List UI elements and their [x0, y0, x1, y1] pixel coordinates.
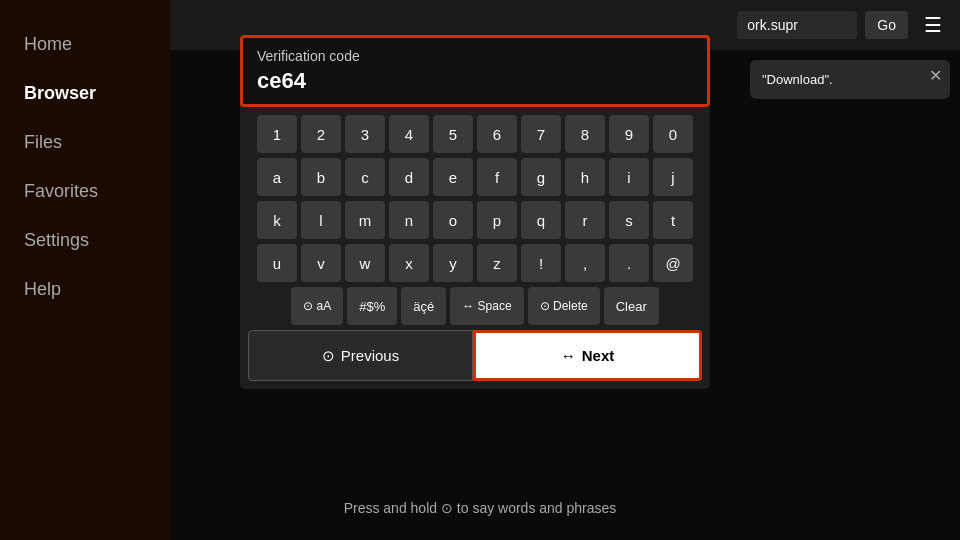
key-v[interactable]: v	[301, 244, 341, 282]
key-z[interactable]: z	[477, 244, 517, 282]
key-a[interactable]: a	[257, 158, 297, 196]
next-label: Next	[582, 347, 615, 364]
key-6[interactable]: 6	[477, 115, 517, 153]
voice-hint: Press and hold ⊙ to say words and phrase…	[344, 500, 617, 516]
key-l[interactable]: l	[301, 201, 341, 239]
key-symbols[interactable]: #$%	[347, 287, 397, 325]
row-k: k l m n o p q r s t	[248, 201, 702, 239]
number-row: 1 2 3 4 5 6 7 8 9 0	[248, 115, 702, 153]
verification-section: Verification code ce64	[240, 35, 710, 107]
key-j[interactable]: j	[653, 158, 693, 196]
key-accents[interactable]: äçé	[401, 287, 446, 325]
key-8[interactable]: 8	[565, 115, 605, 153]
key-x[interactable]: x	[389, 244, 429, 282]
key-at[interactable]: @	[653, 244, 693, 282]
key-f[interactable]: f	[477, 158, 517, 196]
sidebar-item-files[interactable]: Files	[0, 118, 170, 167]
key-i[interactable]: i	[609, 158, 649, 196]
key-q[interactable]: q	[521, 201, 561, 239]
key-comma[interactable]: ,	[565, 244, 605, 282]
key-2[interactable]: 2	[301, 115, 341, 153]
previous-label: Previous	[341, 347, 399, 364]
key-t[interactable]: t	[653, 201, 693, 239]
keyboard: 1 2 3 4 5 6 7 8 9 0 a b c d e f g h i j …	[240, 107, 710, 389]
key-period[interactable]: .	[609, 244, 649, 282]
verification-value: ce64	[257, 68, 693, 94]
keyboard-overlay: Verification code ce64 1 2 3 4 5 6 7 8 9…	[240, 35, 710, 389]
key-c[interactable]: c	[345, 158, 385, 196]
key-3[interactable]: 3	[345, 115, 385, 153]
key-h[interactable]: h	[565, 158, 605, 196]
sidebar-item-settings[interactable]: Settings	[0, 216, 170, 265]
key-delete[interactable]: ⊙ Delete	[528, 287, 600, 325]
key-exclaim[interactable]: !	[521, 244, 561, 282]
special-row: ⊙ aA #$% äçé ↔ Space ⊙ Delete Clear	[248, 287, 702, 325]
verification-label: Verification code	[257, 48, 693, 64]
sidebar-item-home[interactable]: Home	[0, 20, 170, 69]
key-clear[interactable]: Clear	[604, 287, 659, 325]
close-icon[interactable]: ✕	[929, 66, 942, 85]
download-dialog: ✕ "Download".	[750, 60, 950, 99]
key-e[interactable]: e	[433, 158, 473, 196]
menu-icon[interactable]: ☰	[916, 9, 950, 41]
key-m[interactable]: m	[345, 201, 385, 239]
key-k[interactable]: k	[257, 201, 297, 239]
key-p[interactable]: p	[477, 201, 517, 239]
key-9[interactable]: 9	[609, 115, 649, 153]
key-0[interactable]: 0	[653, 115, 693, 153]
sidebar-item-favorites[interactable]: Favorites	[0, 167, 170, 216]
key-w[interactable]: w	[345, 244, 385, 282]
key-4[interactable]: 4	[389, 115, 429, 153]
key-1[interactable]: 1	[257, 115, 297, 153]
key-5[interactable]: 5	[433, 115, 473, 153]
key-u[interactable]: u	[257, 244, 297, 282]
go-button[interactable]: Go	[865, 11, 908, 39]
key-b[interactable]: b	[301, 158, 341, 196]
key-caps[interactable]: ⊙ aA	[291, 287, 343, 325]
next-icon: ↔	[561, 347, 576, 364]
sidebar-item-browser[interactable]: Browser	[0, 69, 170, 118]
download-text: "Download".	[762, 72, 833, 87]
nav-row: ⊙ Previous ↔ Next	[248, 330, 702, 381]
row-u: u v w x y z ! , . @	[248, 244, 702, 282]
key-o[interactable]: o	[433, 201, 473, 239]
key-d[interactable]: d	[389, 158, 429, 196]
key-y[interactable]: y	[433, 244, 473, 282]
key-space[interactable]: ↔ Space	[450, 287, 523, 325]
previous-button[interactable]: ⊙ Previous	[248, 330, 473, 381]
key-7[interactable]: 7	[521, 115, 561, 153]
next-button[interactable]: ↔ Next	[473, 330, 702, 381]
sidebar-item-help[interactable]: Help	[0, 265, 170, 314]
sidebar: Home Browser Files Favorites Settings He…	[0, 0, 170, 540]
url-input[interactable]	[737, 11, 857, 39]
row-a: a b c d e f g h i j	[248, 158, 702, 196]
previous-icon: ⊙	[322, 347, 335, 365]
key-g[interactable]: g	[521, 158, 561, 196]
key-n[interactable]: n	[389, 201, 429, 239]
key-r[interactable]: r	[565, 201, 605, 239]
key-s[interactable]: s	[609, 201, 649, 239]
